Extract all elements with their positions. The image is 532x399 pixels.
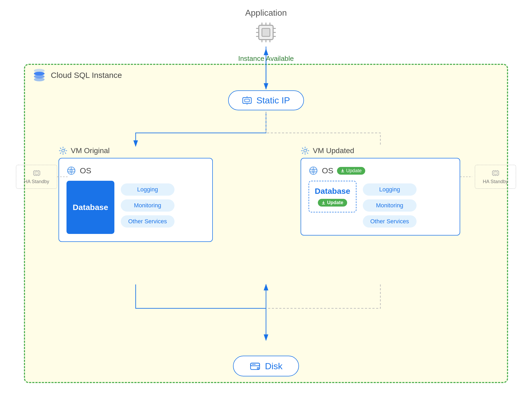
vm-original-monitoring: Monitoring <box>121 199 174 212</box>
vm-updated-os-label: OS <box>322 166 333 175</box>
vm-original-services: Logging Monitoring Other Services <box>121 181 174 228</box>
db-update-badge: Update <box>318 199 347 207</box>
vm-updated-box: OS Update Database Update Logging Monito… <box>301 158 460 236</box>
vm-updated-monitoring: Monitoring <box>363 199 417 212</box>
static-ip-text: Static IP <box>256 95 290 106</box>
ha-standby-left-label: HA Standby <box>24 179 49 184</box>
vm-original-inner: Database Logging Monitoring Other Servic… <box>66 181 205 234</box>
static-ip-icon <box>242 95 252 106</box>
vm-updated-logging: Logging <box>363 183 417 196</box>
disk-pill: Disk <box>233 356 299 376</box>
vm-original-os-row: OS <box>66 166 205 175</box>
svg-rect-33 <box>35 172 39 174</box>
vm-updated-icon <box>301 146 310 155</box>
os-original-icon <box>66 166 76 175</box>
vm-updated-services: Logging Monitoring Other Services <box>363 181 417 228</box>
os-update-badge: Update <box>337 167 365 175</box>
ha-standby-right: HA Standby <box>475 165 516 189</box>
vm-original-icon <box>59 146 68 155</box>
vm-original-other-services: Other Services <box>121 215 174 228</box>
vm-original-logging: Logging <box>121 183 174 196</box>
diagram-container: Application Instance Available <box>0 0 532 399</box>
disk-icon <box>250 360 261 372</box>
vm-updated-other-services: Other Services <box>363 215 417 228</box>
vm-updated-os-row: OS Update <box>309 166 452 175</box>
application-label: Application <box>245 8 287 18</box>
cloud-sql-icon <box>32 68 47 82</box>
vm-original-os-label: OS <box>80 166 91 175</box>
svg-point-17 <box>34 69 45 73</box>
application-node: Application <box>245 8 287 44</box>
svg-rect-32 <box>34 171 40 175</box>
instance-available-label: Instance Available <box>238 54 294 63</box>
vm-updated-title: VM Updated <box>313 146 354 155</box>
vm-original-title: VM Original <box>71 146 110 155</box>
ha-standby-right-label: HA Standby <box>483 179 508 184</box>
cloud-sql-text: Cloud SQL Instance <box>51 71 122 80</box>
svg-point-27 <box>304 149 306 152</box>
svg-rect-48 <box>251 363 260 369</box>
ha-standby-left-icon <box>33 169 40 177</box>
svg-rect-18 <box>243 98 251 103</box>
vm-original-box: OS Database Logging Monitoring Other Ser… <box>59 158 213 242</box>
svg-rect-19 <box>245 99 250 102</box>
static-ip-pill: Static IP <box>228 90 304 110</box>
svg-point-51 <box>257 367 259 369</box>
vm-updated-db: Database Update <box>309 181 356 212</box>
vm-updated-label: VM Updated <box>301 146 460 155</box>
disk-text: Disk <box>265 361 282 371</box>
chip-icon <box>254 20 278 44</box>
svg-rect-1 <box>262 28 270 36</box>
svg-rect-40 <box>492 171 499 175</box>
vm-original-wrapper: VM Original OS Database Logging M <box>59 146 213 242</box>
vm-original-label: VM Original <box>59 146 213 155</box>
vm-updated-wrapper: VM Updated OS Update Database <box>301 146 460 236</box>
vm-original-db: Database <box>66 181 114 234</box>
cloud-sql-label: Cloud SQL Instance <box>32 68 122 82</box>
os-updated-icon <box>309 166 318 175</box>
ha-standby-right-icon <box>492 169 499 177</box>
svg-point-22 <box>62 149 64 152</box>
ha-standby-left: HA Standby <box>16 165 57 189</box>
svg-rect-41 <box>494 172 497 174</box>
vm-updated-inner: Database Update Logging Monitoring Other… <box>309 181 452 228</box>
